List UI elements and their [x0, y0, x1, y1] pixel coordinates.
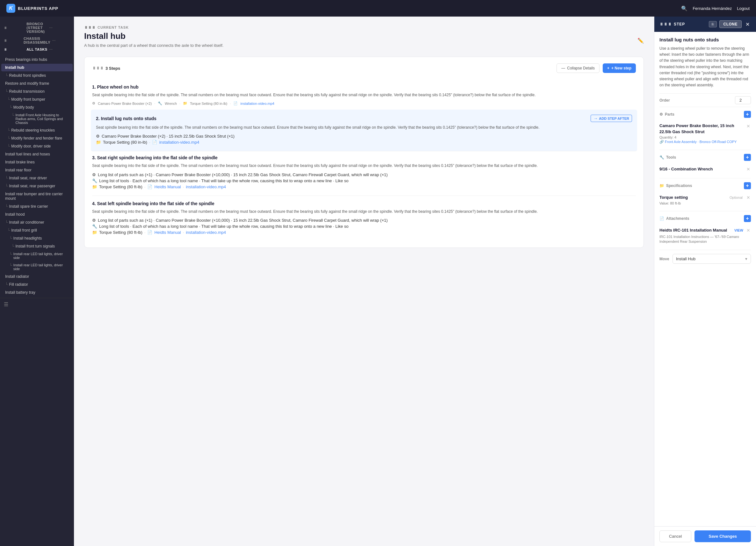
save-changes-button[interactable]: Save Changes: [694, 530, 751, 542]
sidebar-item-modify-door[interactable]: └Modify door, driver side: [1, 142, 73, 150]
attachment-item-1: Heidts IRC-101 Installation Manual VIEW …: [659, 225, 751, 246]
remove-spec-button-1[interactable]: ✕: [746, 194, 751, 201]
spec-text-4: Torque Setting (80 ft-lb): [99, 230, 142, 235]
sidebar-item-front-axle[interactable]: └Install Front Axle Housing to Radius ar…: [1, 112, 73, 126]
sidebar-item-hood[interactable]: Install hood: [1, 211, 73, 218]
attachment-link-3[interactable]: installation-video.mp4: [186, 185, 226, 189]
menu-icon[interactable]: ☰: [4, 302, 8, 307]
separator-4: ·: [144, 230, 146, 235]
heidts-link-3[interactable]: Heidts Manual: [154, 185, 181, 189]
sidebar-item-front-turn-signals[interactable]: └Install front turn signals: [1, 243, 73, 250]
sidebar-item-air-conditioner[interactable]: └Install air conditioner: [1, 219, 73, 226]
step-desc-3: Seat spindle bearing into the flat side …: [92, 163, 636, 169]
sidebar-item-modify-fender[interactable]: └Modify fender and fender flare: [1, 135, 73, 142]
add-attachment-button[interactable]: +: [744, 215, 751, 222]
step-item-1: 1. Place wheel on hub Seat spindle beari…: [92, 79, 636, 111]
sidebar-item-rear-led-driver[interactable]: └Install rear LED tail lights, driver si…: [1, 251, 73, 261]
parts-text-3: Long list of parts such as (×1) · Camaro…: [98, 172, 388, 177]
sidebar-item-rebuild-transmission[interactable]: └Rebuild transmission: [1, 88, 73, 95]
sidebar-item-install-hub[interactable]: Install hub: [1, 64, 73, 71]
sidebar-item-seat-driver[interactable]: └Install seat, rear driver: [1, 174, 73, 182]
breadcrumb-all-tasks[interactable]: ⏸ ALL TASKS ···: [0, 46, 74, 53]
add-spec-button[interactable]: +: [744, 182, 751, 189]
step-meta-2b: 📁 Torque Setting (80 in-lb) · 📄 installa…: [96, 140, 632, 145]
attach-icon-2: 📄: [152, 140, 157, 145]
collapse-label: Collapse Details: [567, 66, 595, 70]
sidebar-item-seat-passenger[interactable]: └Install seat, rear passenger: [1, 182, 73, 190]
sidebar-item-headlights[interactable]: └Install headlights: [1, 235, 73, 242]
heidts-link-4[interactable]: Heidts Manual: [154, 230, 181, 235]
sidebar-item-front-grill[interactable]: └Install front grill: [1, 227, 73, 234]
task-title: Install hub: [84, 31, 223, 41]
breadcrumb-chassis[interactable]: ⏸ CHASSIS DISASSEMBLY ···: [0, 35, 74, 46]
sidebar-item-rear-led-driver2[interactable]: └Install rear LED tail lights, driver si…: [1, 262, 73, 273]
attachment-link-4[interactable]: installation-video.mp4: [186, 230, 226, 235]
panel-clone-button[interactable]: CLONE: [719, 20, 742, 28]
logout-button[interactable]: Logout: [737, 6, 750, 11]
sidebar-item-rear-floor[interactable]: Install rear floor: [1, 166, 73, 174]
order-input[interactable]: [735, 96, 751, 104]
right-panel: ⏸⏸⏸ STEP ⎘ CLONE ✕ Install lug nuts onto…: [654, 17, 756, 546]
remove-attachment-button-1[interactable]: ✕: [746, 227, 751, 234]
move-label: Move: [659, 257, 669, 261]
panel-close-button[interactable]: ✕: [744, 21, 751, 28]
breadcrumb-bronco[interactable]: ⏸ BRONCO (STREET VERSION) ···: [0, 20, 74, 35]
sidebar-item-battery-tray[interactable]: Install battery tray: [1, 288, 73, 296]
sidebar-item-rear-bumper[interactable]: Install rear bumper and tire carrier mou…: [1, 190, 73, 202]
attachment-link-2[interactable]: installation-video.mp4: [159, 140, 199, 145]
attachment-view-button-1[interactable]: VIEW: [734, 229, 743, 232]
sidebar-item-modify-bumper[interactable]: └Modify front bumper: [1, 96, 73, 103]
logo: K BLUEPRINTS APP: [6, 4, 58, 13]
move-chevron-icon: ▾: [745, 257, 747, 261]
cancel-button[interactable]: Cancel: [659, 530, 691, 542]
breadcrumb-label-2: CHASSIS DISASSEMBLY: [24, 37, 50, 44]
move-select[interactable]: Install Hub ▾: [672, 254, 751, 264]
sidebar-item-spare-tire[interactable]: └Install spare tire carrier: [1, 203, 73, 210]
order-label: Order: [659, 98, 670, 103]
breadcrumb-dots-2[interactable]: ···: [52, 39, 70, 42]
app-title: BLUEPRINTS APP: [18, 6, 58, 11]
collapse-details-button[interactable]: — Collapse Details: [556, 63, 600, 73]
attachment-name-1: Heidts IRC-101 Installation Manual: [659, 228, 732, 233]
separator-1c: ·: [230, 102, 231, 106]
tool-name-1: 9/16 - Combination Wrench: [659, 167, 713, 171]
panel-copy-button[interactable]: ⎘: [709, 21, 717, 27]
sidebar-item-rebuild-spindles[interactable]: └Rebuild front spindles: [1, 72, 73, 79]
tools-icon-3: 🔧: [92, 178, 97, 183]
sidebar-item-brake-lines[interactable]: Install brake lines: [1, 158, 73, 166]
sidebar-item-fuel-lines[interactable]: Install fuel lines and hoses: [1, 150, 73, 158]
steps-actions: — Collapse Details + + New step: [556, 63, 636, 73]
new-step-button[interactable]: + + New step: [603, 63, 636, 73]
remove-tool-button-1[interactable]: ✕: [746, 166, 751, 172]
sidebar-item-radiator[interactable]: Install radiator: [1, 273, 73, 280]
step-item-3: 3. Seat right spindle bearing into the f…: [92, 150, 636, 196]
step-meta-3a: ⚙ Long list of parts such as (×1) · Cama…: [92, 172, 636, 177]
step-item-4: 4. Seat left spindle bearing into the fl…: [92, 196, 636, 241]
parts-text-4: Long list of parts such as (×1) · Camaro…: [98, 218, 388, 223]
add-step-after-button[interactable]: → ADD STEP AFTER: [591, 115, 632, 122]
new-step-icon: +: [607, 66, 609, 70]
breadcrumb-dots-3[interactable]: ···: [49, 47, 70, 51]
spec-icon-1: 📁: [183, 101, 187, 106]
sidebar-item-restore-frame[interactable]: Restore and modify frame: [1, 80, 73, 87]
parts-icon: ⚙: [659, 112, 663, 117]
breadcrumb-icon-3: ⏸: [4, 48, 25, 51]
add-tool-button[interactable]: +: [744, 154, 751, 161]
breadcrumb-dots[interactable]: ···: [49, 26, 70, 30]
sidebar-item-fill-radiator[interactable]: └Fill radiator: [1, 280, 73, 288]
remove-part-button-1[interactable]: ✕: [746, 123, 751, 129]
step-desc-2: Seat spindle bearing into the flat side …: [96, 125, 632, 131]
edit-icon[interactable]: ✏️: [637, 38, 644, 44]
task-section-text: CURRENT TASK: [98, 25, 129, 29]
search-icon[interactable]: 🔍: [681, 5, 687, 11]
spec-header-1: Torque setting Optional ✕: [659, 194, 751, 201]
sidebar-item-rebuild-knuckles[interactable]: └Rebuild steering knuckles: [1, 127, 73, 134]
sidebar-item-press-bearings[interactable]: Press bearings into hubs: [1, 56, 73, 63]
steps-header: ⏸⏸⏸ 3 Steps — Collapse Details + + New s…: [92, 63, 636, 73]
part-link-1[interactable]: 🔗 Front Axle Assembly · Bronco Off-Road …: [659, 140, 743, 144]
add-part-button[interactable]: +: [744, 111, 751, 118]
sidebar-item-modify-body[interactable]: └Modify body: [1, 104, 73, 111]
task-section-label: ⏸⏸⏸ CURRENT TASK: [84, 25, 223, 29]
attachments-label: 📄 Attachments: [659, 216, 689, 221]
attachment-link-1[interactable]: installation-video.mp4: [240, 102, 274, 106]
